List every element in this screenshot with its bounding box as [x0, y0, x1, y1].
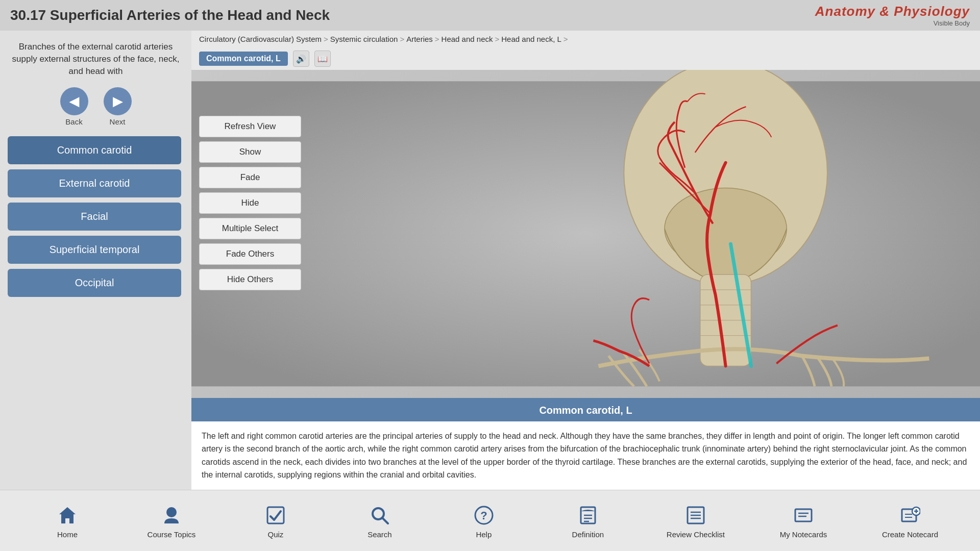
review-checklist-icon: [683, 503, 708, 528]
info-body: The left and right common carotid arteri…: [191, 421, 980, 490]
breadcrumb-separator-3: >: [495, 35, 500, 43]
create-notecard-label: Create Notecard: [882, 530, 938, 539]
view-controls: Refresh ViewShowFadeHideMultiple SelectF…: [199, 116, 301, 290]
content-area: Circulatory (Cardiovascular) System > Sy…: [191, 31, 980, 490]
control-fade[interactable]: Fade: [199, 167, 301, 188]
topic-button-occipital[interactable]: Occipital: [8, 269, 181, 297]
topic-button-facial[interactable]: Facial: [8, 203, 181, 231]
logo-main-text: Anatomy & Physiology: [815, 4, 970, 19]
3d-view-area[interactable]: Refresh ViewShowFadeHideMultiple SelectF…: [191, 70, 980, 398]
definition-icon: [575, 503, 601, 528]
bottom-nav-my-notecards[interactable]: My Notecards: [778, 503, 829, 539]
quiz-icon: [263, 503, 288, 528]
logo-sub-text: Visible Body: [815, 19, 970, 27]
course-topics-label: Course Topics: [148, 530, 196, 539]
bottom-nav-quiz[interactable]: Quiz: [250, 503, 301, 539]
search-label: Search: [368, 530, 392, 539]
info-button[interactable]: 📖: [314, 51, 331, 67]
create-notecard-icon: [897, 503, 923, 528]
breadcrumb-item-0[interactable]: Circulatory (Cardiovascular) System: [199, 35, 322, 43]
nav-buttons: ◀ Back ▶ Next: [60, 87, 132, 126]
definition-label: Definition: [572, 530, 604, 539]
home-icon: [55, 503, 80, 528]
audio-button[interactable]: 🔊: [293, 51, 309, 67]
svg-text:?: ?: [480, 509, 487, 522]
svg-line-13: [382, 518, 388, 523]
selected-structure-label: Common carotid, L: [199, 52, 288, 66]
topic-button-common-carotid[interactable]: Common carotid: [8, 136, 181, 164]
control-multiple-select[interactable]: Multiple Select: [199, 218, 301, 239]
bottom-nav-definition[interactable]: Definition: [562, 503, 614, 539]
app-header: 30.17 Superficial Arteries of the Head a…: [0, 0, 980, 31]
svg-rect-11: [267, 507, 284, 523]
breadcrumb-separator-0: >: [324, 35, 328, 43]
home-label: Home: [57, 530, 78, 539]
review-checklist-label: Review Checklist: [667, 530, 725, 539]
bottom-nav-search[interactable]: Search: [354, 503, 405, 539]
breadcrumb: Circulatory (Cardiovascular) System > Sy…: [191, 31, 980, 47]
control-fade-others[interactable]: Fade Others: [199, 243, 301, 265]
back-label: Back: [65, 117, 82, 126]
svg-marker-9: [59, 507, 76, 523]
breadcrumb-item-4[interactable]: Head and neck, L: [501, 35, 561, 43]
topic-buttons: Common carotidExternal carotidFacialSupe…: [8, 136, 184, 302]
search-icon: [367, 503, 393, 528]
control-hide-others[interactable]: Hide Others: [199, 269, 301, 290]
back-button[interactable]: ◀ Back: [60, 87, 88, 126]
info-panel: Common carotid, L The left and right com…: [191, 398, 980, 490]
next-button[interactable]: ▶ Next: [104, 87, 132, 126]
bottom-nav-review-checklist[interactable]: Review Checklist: [667, 503, 725, 539]
control-hide[interactable]: Hide: [199, 192, 301, 214]
next-icon: ▶: [104, 87, 132, 115]
bottom-nav-help[interactable]: ?Help: [458, 503, 509, 539]
breadcrumb-separator-2: >: [435, 35, 439, 43]
breadcrumb-item-2[interactable]: Arteries: [406, 35, 433, 43]
back-icon: ◀: [60, 87, 88, 115]
selected-bar: Common carotid, L 🔊 📖: [191, 47, 980, 70]
bottom-nav-create-notecard[interactable]: Create Notecard: [882, 503, 938, 539]
app-logo: Anatomy & Physiology Visible Body: [815, 4, 970, 27]
next-label: Next: [110, 117, 126, 126]
bottom-navigation: HomeCourse TopicsQuizSearch?HelpDefiniti…: [0, 490, 980, 551]
help-label: Help: [476, 530, 492, 539]
description-text: Branches of the external carotid arterie…: [8, 41, 184, 77]
page-title: 30.17 Superficial Arteries of the Head a…: [10, 7, 330, 23]
bottom-nav-home[interactable]: Home: [42, 503, 93, 539]
svg-rect-24: [795, 509, 812, 521]
quiz-label: Quiz: [268, 530, 284, 539]
topic-button-external-carotid[interactable]: External carotid: [8, 169, 181, 197]
anatomy-illustration: [191, 70, 980, 398]
breadcrumb-separator-1: >: [400, 35, 404, 43]
breadcrumb-item-3[interactable]: Head and neck: [442, 35, 493, 43]
info-title: Common carotid, L: [191, 399, 980, 421]
help-icon: ?: [471, 503, 497, 528]
topic-button-superficial-temporal[interactable]: Superficial temporal: [8, 236, 181, 264]
main-layout: Branches of the external carotid arterie…: [0, 31, 980, 490]
course-topics-icon: [159, 503, 184, 528]
control-show[interactable]: Show: [199, 141, 301, 163]
left-panel: Branches of the external carotid arterie…: [0, 31, 191, 490]
svg-point-10: [166, 507, 177, 517]
my-notecards-label: My Notecards: [780, 530, 827, 539]
svg-rect-0: [191, 81, 980, 386]
control-refresh-view[interactable]: Refresh View: [199, 116, 301, 137]
breadcrumb-end-separator: >: [564, 35, 568, 43]
my-notecards-icon: [791, 503, 816, 528]
bottom-nav-course-topics[interactable]: Course Topics: [146, 503, 197, 539]
breadcrumb-item-1[interactable]: Systemic circulation: [330, 35, 398, 43]
